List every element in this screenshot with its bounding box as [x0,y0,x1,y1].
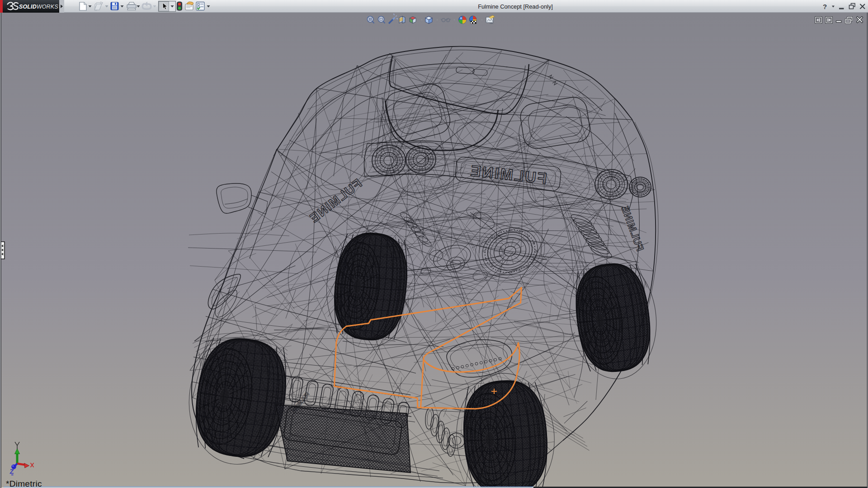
svg-text:SOLIDWORKS: SOLIDWORKS [19,4,58,10]
svg-text:Fulmine Concept [Read-only]: Fulmine Concept [Read-only] [478,3,553,10]
svg-text:?: ? [823,3,827,10]
